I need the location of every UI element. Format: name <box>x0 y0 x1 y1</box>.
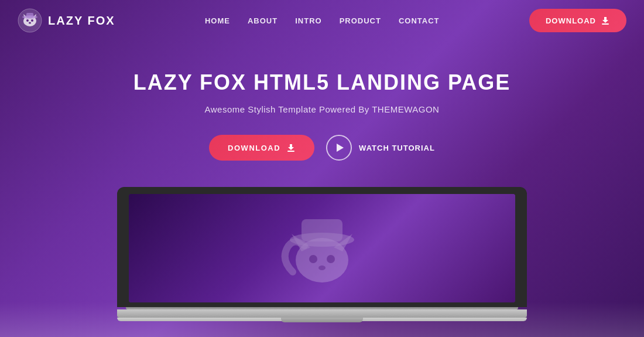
nav-item-product[interactable]: PRODUCT <box>340 15 381 26</box>
screen-fox-logo <box>275 207 369 290</box>
play-icon <box>337 144 344 152</box>
nav-link-product[interactable]: PRODUCT <box>340 16 381 25</box>
hero-title: LAZY FOX HTML5 LANDING PAGE <box>0 70 644 95</box>
laptop-base <box>117 309 527 318</box>
play-circle <box>326 135 352 161</box>
logo-link[interactable]: LAZY FOX <box>18 8 115 33</box>
logo-icon <box>18 8 42 33</box>
svg-point-17 <box>327 255 335 263</box>
download-icon <box>601 16 610 25</box>
navbar: LAZY FOX HOME ABOUT INTRO PRODUCT CONTAC… <box>0 0 644 41</box>
svg-point-18 <box>318 265 326 270</box>
nav-link-intro[interactable]: INTRO <box>295 16 321 25</box>
nav-link-about[interactable]: ABOUT <box>248 16 278 25</box>
hero-download-icon <box>286 143 296 152</box>
nav-download-button[interactable]: DOWNLOAD <box>529 9 626 32</box>
nav-link-contact[interactable]: CONTACT <box>399 16 440 25</box>
laptop <box>117 187 527 321</box>
laptop-screen-inner <box>129 194 515 302</box>
nav-item-intro[interactable]: INTRO <box>295 15 321 26</box>
page-wrapper: LAZY FOX HOME ABOUT INTRO PRODUCT CONTAC… <box>0 0 644 337</box>
nav-item-contact[interactable]: CONTACT <box>399 15 440 26</box>
svg-rect-8 <box>26 13 33 18</box>
svg-point-5 <box>31 19 33 22</box>
nav-link-home[interactable]: HOME <box>205 16 230 25</box>
svg-point-6 <box>29 22 31 24</box>
nav-item-about[interactable]: ABOUT <box>248 15 278 26</box>
nav-item-home[interactable]: HOME <box>205 15 230 26</box>
brand-name: LAZY FOX <box>48 14 115 28</box>
hero-buttons: DOWNLOAD WATCH TUTORIAL <box>0 135 644 161</box>
svg-point-16 <box>309 255 317 263</box>
watch-tutorial-button[interactable]: WATCH TUTORIAL <box>326 135 435 161</box>
hero-section: LAZY FOX HTML5 LANDING PAGE Awesome Styl… <box>0 41 644 161</box>
svg-point-4 <box>26 19 29 22</box>
svg-rect-10 <box>287 151 294 152</box>
svg-rect-9 <box>602 23 609 25</box>
hero-download-button[interactable]: DOWNLOAD <box>209 135 314 161</box>
laptop-screen-outer <box>117 187 527 307</box>
nav-links: HOME ABOUT INTRO PRODUCT CONTACT <box>205 15 440 26</box>
laptop-mockup <box>0 187 644 321</box>
hero-subtitle: Awesome Stylish Template Powered By THEM… <box>0 104 644 114</box>
